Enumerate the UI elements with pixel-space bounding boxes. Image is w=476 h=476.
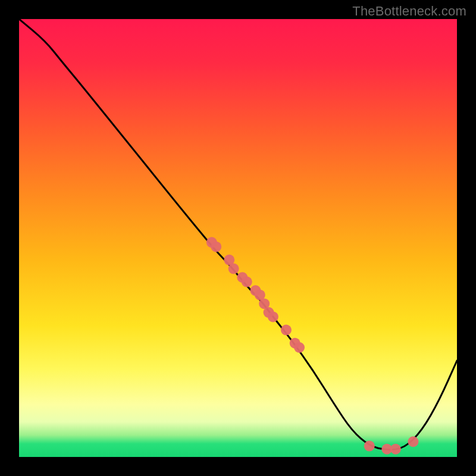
watermark-text: TheBottleneck.com xyxy=(352,4,466,19)
data-marker xyxy=(390,444,401,455)
data-marker xyxy=(408,436,418,447)
chart-container: TheBottleneck.com xyxy=(0,0,476,476)
data-marker xyxy=(211,242,221,252)
data-marker xyxy=(281,325,292,336)
bottleneck-curve xyxy=(19,19,457,450)
data-marker xyxy=(268,311,278,322)
data-marker xyxy=(228,264,239,274)
data-marker xyxy=(364,441,375,452)
data-marker xyxy=(294,342,305,353)
plot-area xyxy=(19,19,457,457)
data-marker xyxy=(242,277,252,287)
curve-layer xyxy=(19,19,457,457)
